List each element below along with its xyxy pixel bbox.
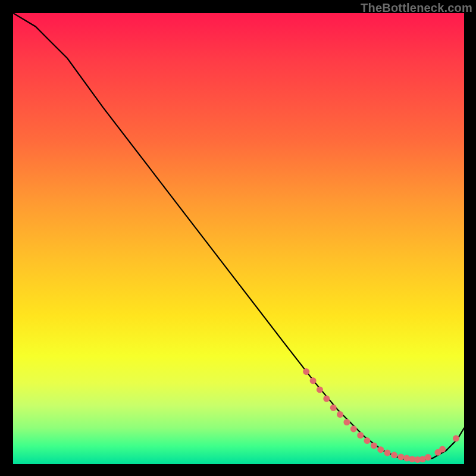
curve-marker-dot [317, 386, 323, 393]
chart-overlay-svg [13, 13, 464, 464]
bottleneck-curve [13, 13, 464, 461]
chart-plot-area [13, 13, 464, 464]
curve-marker-dot [371, 442, 377, 449]
curve-marker-dot [435, 449, 441, 456]
curve-marker-dot [425, 454, 431, 461]
curve-marker-dot [310, 377, 317, 384]
curve-marker-dot [391, 452, 397, 458]
curve-marker-dot [350, 425, 357, 432]
curve-marker-dot [409, 456, 415, 462]
curve-marker-dot [343, 419, 350, 425]
curve-marker-dot [364, 437, 371, 444]
curve-group [13, 13, 464, 461]
curve-marker-dot [357, 432, 364, 439]
curve-marker-dot [439, 446, 446, 453]
curve-marker-dot [384, 450, 391, 456]
curve-markers [303, 368, 459, 463]
curve-marker-dot [419, 456, 426, 462]
curve-marker-dot [403, 455, 410, 462]
curve-marker-dot [377, 446, 384, 453]
curve-marker-dot [323, 396, 330, 402]
curve-marker-dot [330, 405, 337, 411]
curve-marker-dot [453, 435, 459, 441]
curve-marker-dot [303, 368, 309, 375]
curve-marker-dot [337, 411, 343, 418]
chart-frame: TheBottleneck.com [0, 0, 476, 476]
curve-marker-dot [414, 456, 421, 463]
curve-marker-dot [397, 453, 404, 460]
